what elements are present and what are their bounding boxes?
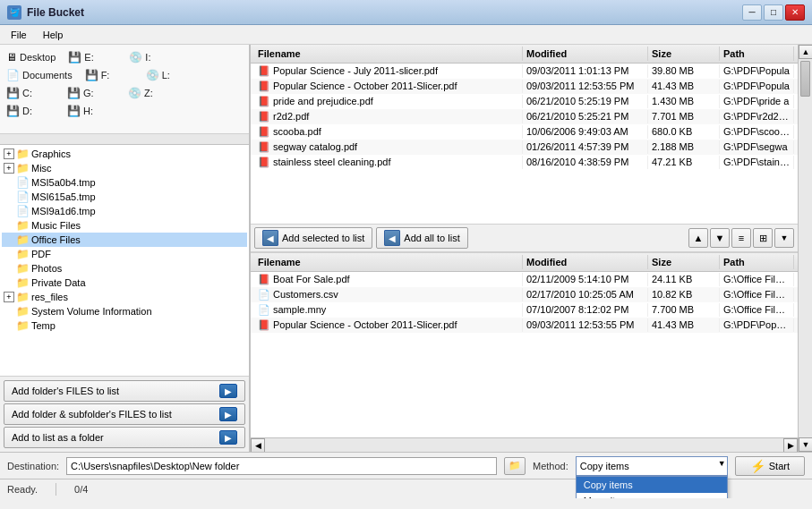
drive-i[interactable]: 💿I: <box>126 50 180 64</box>
tree-item-graphics[interactable]: + 📁 Graphics <box>2 147 247 161</box>
drives-row-4: 💾D: 💾H: <box>4 102 245 120</box>
drive-f[interactable]: 💾F: <box>82 68 136 82</box>
table-row[interactable]: 📕Popular Science - October 2011-Slicer.p… <box>251 79 798 94</box>
tree-item-msi6[interactable]: 📄 MSI615a5.tmp <box>2 190 247 204</box>
upper-col-filename: Filename <box>254 47 523 61</box>
scroll-track[interactable] <box>265 438 783 453</box>
status-count: 0/4 <box>74 484 88 495</box>
add-folder-subfolders-button[interactable]: Add folder & subfolder's FILES to list ▶ <box>4 403 245 425</box>
right-panel-inner: Filename Modified Size Path 📕Popular Sci… <box>251 45 812 452</box>
drive-c[interactable]: 💾C: <box>4 86 57 100</box>
app-icon: 🪣 <box>7 5 21 20</box>
scroll-up-button[interactable]: ▲ <box>799 45 812 59</box>
tree-expander-graphics[interactable]: + <box>4 148 14 159</box>
table-row[interactable]: 📕scooba.pdf 10/06/2006 9:49:03 AM 680.0 … <box>251 124 798 140</box>
lower-col-path: Path <box>720 255 794 269</box>
more-options-button[interactable]: ▼ <box>774 228 794 248</box>
scroll-thumb[interactable] <box>800 61 810 97</box>
drives-row-2: 📄Documents 💾F: 💿L: <box>4 66 245 84</box>
method-option-copy[interactable]: Copy items <box>577 477 727 493</box>
table-row[interactable]: 📄Customers.csv 02/17/2010 10:25:05 AM 10… <box>251 287 798 302</box>
menu-file[interactable]: File <box>4 28 34 42</box>
tree-item-system[interactable]: 📁 System Volume Information <box>2 304 247 318</box>
view-list-button[interactable]: ≡ <box>731 228 751 248</box>
add-all-button[interactable]: ◀ Add all to list <box>376 227 467 249</box>
add-folder-subfolders-arrow: ▶ <box>219 407 237 421</box>
tree-item-msi9[interactable]: 📄 MSI9a1d6.tmp <box>2 204 247 218</box>
tree-item-misc[interactable]: + 📁 Misc <box>2 161 247 175</box>
table-row[interactable]: 📕Boat For Sale.pdf 02/11/2009 5:14:10 PM… <box>251 272 798 287</box>
add-as-folder-button[interactable]: Add to list as a folder ▶ <box>4 427 245 448</box>
destination-input[interactable] <box>66 457 497 475</box>
upper-col-path: Path <box>720 47 794 61</box>
drive-h[interactable]: 💾H: <box>64 104 118 118</box>
menu-help[interactable]: Help <box>36 28 71 42</box>
destination-label: Destination: <box>7 461 59 471</box>
table-row[interactable]: 📕r2d2.pdf 06/21/2010 5:25:21 PM 7.701 MB… <box>251 109 798 124</box>
scroll-right-button[interactable]: ▶ <box>783 438 798 453</box>
method-select-container: ▼ Copy items Move items Delete items to … <box>576 456 728 476</box>
tree-item-msi5[interactable]: 📄 MSI5a0b4.tmp <box>2 175 247 190</box>
scroll-down-button[interactable]: ▼ <box>799 437 812 452</box>
drive-z[interactable]: 💿Z: <box>125 86 179 100</box>
method-option-move[interactable]: Move items <box>577 493 727 499</box>
start-button[interactable]: ⚡ Start <box>735 456 805 476</box>
drive-d[interactable]: 💾D: <box>4 104 57 118</box>
maximize-button[interactable]: □ <box>764 4 783 21</box>
table-row[interactable]: 📕Popular Science - July 2011-slicer.pdf … <box>251 64 798 79</box>
drive-e[interactable]: 💾E: <box>65 50 119 64</box>
drive-documents[interactable]: 📄Documents <box>4 68 75 82</box>
start-icon: ⚡ <box>750 459 765 473</box>
right-vertical-scrollbar[interactable]: ▲ ▼ <box>798 45 812 452</box>
title-bar: 🪣 File Bucket ─ □ ✕ <box>0 0 812 25</box>
table-row[interactable]: 📕stainless steel cleaning.pdf 08/16/2010… <box>251 155 798 170</box>
tree-item-office-files[interactable]: 📁 Office Files <box>2 233 247 247</box>
right-main: Filename Modified Size Path 📕Popular Sci… <box>251 45 798 452</box>
add-selected-icon: ◀ <box>262 230 278 246</box>
tree-item-res[interactable]: + 📁 res_files <box>2 290 247 304</box>
upper-file-table: Filename Modified Size Path 📕Popular Sci… <box>251 45 798 224</box>
destination-bar: Destination: 📁 Method: ▼ Copy items Move… <box>0 452 812 479</box>
add-selected-button[interactable]: ◀ Add selected to list <box>254 227 372 249</box>
add-as-folder-arrow: ▶ <box>219 430 237 445</box>
tree-item-photos[interactable]: 📁 Photos <box>2 261 247 276</box>
table-row[interactable]: 📕pride and prejudice.pdf 06/21/2010 5:25… <box>251 94 798 109</box>
window-title: File Bucket <box>27 6 84 19</box>
lower-table-header: Filename Modified Size Path <box>251 253 798 272</box>
view-details-button[interactable]: ⊞ <box>753 228 773 248</box>
middle-toolbar: ◀ Add selected to list ◀ Add all to list… <box>251 224 798 252</box>
close-button[interactable]: ✕ <box>785 4 805 21</box>
lower-col-size: Size <box>648 255 720 269</box>
lower-horizontal-scrollbar[interactable]: ◀ ▶ <box>251 437 798 452</box>
tree-item-music[interactable]: 📁 Music Files <box>2 218 247 233</box>
scroll-left-button[interactable]: ◀ <box>251 438 265 453</box>
table-row[interactable]: 📕Popular Science - October 2011-Slicer.p… <box>251 318 798 333</box>
tree-item-pdf[interactable]: 📁 PDF <box>2 247 247 261</box>
nav-down-button[interactable]: ▼ <box>710 228 730 248</box>
drive-l[interactable]: 💿L: <box>143 68 197 82</box>
status-ready: Ready. <box>7 484 38 495</box>
add-folder-files-button[interactable]: Add folder's FILES to list ▶ <box>4 380 245 402</box>
scroll-track[interactable] <box>799 59 812 437</box>
drives-area: 🖥Desktop 💾E: 💿I: 📄Documents 💾F: 💿L: 💾C: … <box>0 45 249 134</box>
tree-expander-misc[interactable]: + <box>4 163 14 174</box>
table-row[interactable]: 📄sample.mny 07/10/2007 8:12:02 PM 7.700 … <box>251 302 798 318</box>
add-all-icon: ◀ <box>384 230 400 246</box>
tree-horizontal-scrollbar[interactable] <box>0 134 249 145</box>
method-dropdown: Copy items Move items Delete items to Re… <box>576 476 728 499</box>
tree-item-temp[interactable]: 📁 Temp <box>2 318 247 333</box>
table-row[interactable]: 📕segway catalog.pdf 01/26/2011 4:57:39 P… <box>251 140 798 155</box>
lower-col-filename: Filename <box>254 255 523 269</box>
tree-item-private[interactable]: 📁 Private Data <box>2 276 247 290</box>
drive-desktop[interactable]: 🖥Desktop <box>4 50 58 64</box>
tree-expander-res[interactable]: + <box>4 292 14 302</box>
method-input[interactable] <box>576 456 728 476</box>
minimize-button[interactable]: ─ <box>742 4 762 21</box>
drives-row-1: 🖥Desktop 💾E: 💿I: <box>4 48 245 66</box>
lower-col-modified: Modified <box>523 255 648 269</box>
nav-up-button[interactable]: ▲ <box>688 228 708 248</box>
add-folder-files-arrow: ▶ <box>219 384 237 398</box>
browse-button[interactable]: 📁 <box>504 457 526 475</box>
drive-g[interactable]: 💾G: <box>64 86 118 100</box>
main-container: 🖥Desktop 💾E: 💿I: 📄Documents 💾F: 💿L: 💾C: … <box>0 45 812 452</box>
